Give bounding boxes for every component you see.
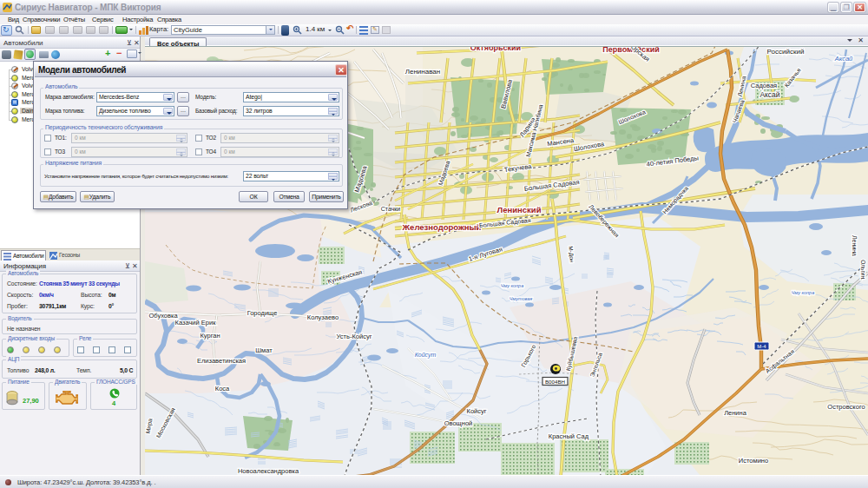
- svg-text:Ленина: Ленина: [852, 235, 858, 256]
- svg-text:Чму копра: Чму копра: [501, 283, 524, 288]
- svg-text:Новоалександровка: Новоалександровка: [238, 467, 299, 475]
- svg-text:Обуховка: Обуховка: [148, 312, 178, 320]
- svg-text:Колузаево: Колузаево: [307, 313, 339, 321]
- svg-text:Российский: Российский: [767, 48, 805, 56]
- svg-text:Островского: Островского: [827, 403, 865, 411]
- svg-text:Овощной: Овощной: [444, 419, 473, 427]
- svg-text:Чмутовая: Чмутовая: [510, 296, 533, 301]
- svg-text:Шмат: Шмат: [255, 346, 273, 354]
- svg-text:Койсуг: Койсуг: [467, 407, 487, 415]
- svg-text:Ольгин.: Ольгин.: [860, 260, 866, 280]
- svg-text:Городище: Городище: [247, 309, 278, 317]
- svg-text:Курган: Курган: [200, 332, 220, 340]
- svg-text:Ленинский: Ленинский: [497, 205, 542, 214]
- svg-text:Ленина: Ленина: [724, 409, 747, 417]
- svg-text:Ленинаван: Ленинаван: [405, 68, 440, 76]
- svg-text:Аксай: Аксай: [834, 55, 853, 63]
- svg-text:Красный Сад: Красный Сад: [549, 432, 589, 440]
- svg-text:Казачий Ерик: Казачий Ерик: [175, 319, 217, 326]
- svg-text:Чму копра: Чму копра: [792, 290, 815, 295]
- svg-text:Усть-Койсуг: Усть-Койсуг: [337, 333, 372, 340]
- svg-text:Койсут: Койсут: [415, 352, 437, 359]
- svg-text:Железнодорожный: Железнодорожный: [402, 222, 482, 232]
- svg-text:Садовая: Садовая: [751, 82, 777, 89]
- svg-text:Аксай: Аксай: [760, 90, 779, 99]
- svg-text:В004ВН: В004ВН: [545, 379, 565, 385]
- svg-text:Стачки: Стачки: [381, 206, 401, 212]
- svg-text:Коса: Коса: [215, 385, 230, 392]
- svg-text:Истомино: Истомино: [739, 457, 768, 465]
- svg-text:М-4: М-4: [757, 344, 766, 349]
- svg-text:Октябрьский: Октябрьский: [470, 47, 521, 52]
- svg-text:Елизаветинская: Елизаветинская: [197, 357, 246, 365]
